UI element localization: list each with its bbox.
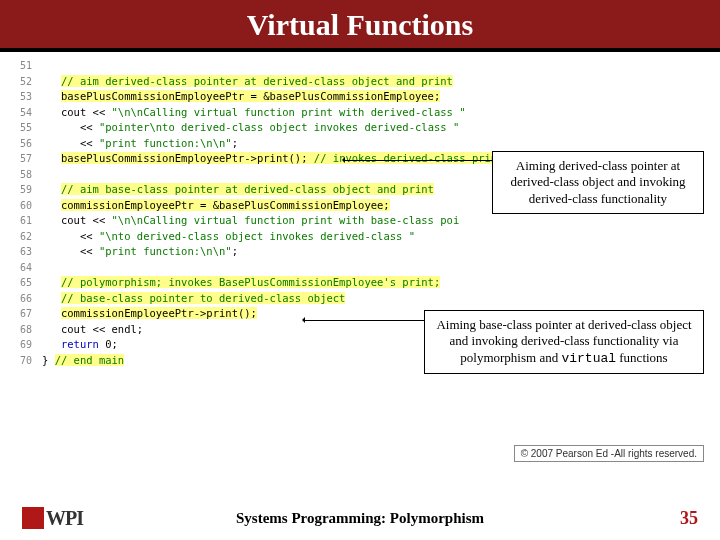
line-number: 64 bbox=[8, 260, 32, 276]
callout-derived-pointer: Aiming derived-class pointer at derived-… bbox=[492, 151, 704, 214]
line-number: 67 bbox=[8, 306, 32, 322]
line-number: 55 bbox=[8, 120, 32, 136]
line-body: } // end main bbox=[42, 353, 124, 369]
copyright-notice: © 2007 Pearson Ed -All rights reserved. bbox=[514, 445, 704, 462]
line-body: basePlusCommissionEmployeePtr->print(); … bbox=[42, 151, 504, 167]
line-number: 58 bbox=[8, 167, 32, 183]
line-body: cout << "\n\nCalling virtual function pr… bbox=[42, 213, 459, 229]
line-body: cout << "\n\nCalling virtual function pr… bbox=[42, 105, 466, 121]
line-number: 63 bbox=[8, 244, 32, 260]
line-body: << "print function:\n\n"; bbox=[42, 244, 238, 260]
code-line: 54 cout << "\n\nCalling virtual function… bbox=[8, 105, 712, 121]
line-body: << "print function:\n\n"; bbox=[42, 136, 238, 152]
line-number: 60 bbox=[8, 198, 32, 214]
callout-code: virtual bbox=[561, 351, 616, 366]
line-body: // polymorphism; invokes BasePlusCommiss… bbox=[42, 275, 440, 291]
line-number: 65 bbox=[8, 275, 32, 291]
footer-title: Systems Programming: Polymorphism bbox=[236, 510, 484, 527]
slide-footer: WPI Systems Programming: Polymorphism 35 bbox=[0, 496, 720, 540]
callout-text: Aiming derived-class pointer at derived-… bbox=[510, 158, 685, 206]
line-number: 69 bbox=[8, 337, 32, 353]
line-body: // aim derived-class pointer at derived-… bbox=[42, 74, 453, 90]
wpi-logo: WPI bbox=[22, 507, 83, 530]
arrow-icon bbox=[305, 320, 425, 321]
code-line: 65 // polymorphism; invokes BasePlusComm… bbox=[8, 275, 712, 291]
slide-title: Virtual Functions bbox=[0, 8, 720, 42]
line-number: 56 bbox=[8, 136, 32, 152]
line-body: commissionEmployeePtr = &basePlusCommiss… bbox=[42, 198, 390, 214]
line-number: 61 bbox=[8, 213, 32, 229]
code-line: 61 cout << "\n\nCalling virtual function… bbox=[8, 213, 712, 229]
line-number: 52 bbox=[8, 74, 32, 90]
line-number: 54 bbox=[8, 105, 32, 121]
arrow-icon bbox=[345, 160, 493, 161]
line-body: // base-class pointer to derived-class o… bbox=[42, 291, 345, 307]
line-body: // aim base-class pointer at derived-cla… bbox=[42, 182, 434, 198]
line-number: 53 bbox=[8, 89, 32, 105]
line-number: 68 bbox=[8, 322, 32, 338]
line-body: << "\nto derived-class object invokes de… bbox=[42, 229, 415, 245]
code-line: 64 bbox=[8, 260, 712, 276]
code-line: 55 << "pointer\nto derived-class object … bbox=[8, 120, 712, 136]
code-line: 63 << "print function:\n\n"; bbox=[8, 244, 712, 260]
line-number: 66 bbox=[8, 291, 32, 307]
line-number: 57 bbox=[8, 151, 32, 167]
code-line: 52 // aim derived-class pointer at deriv… bbox=[8, 74, 712, 90]
logo-mark bbox=[22, 507, 44, 529]
line-body: cout << endl; bbox=[42, 322, 143, 338]
line-number: 51 bbox=[8, 58, 32, 74]
line-number: 59 bbox=[8, 182, 32, 198]
code-line: 62 << "\nto derived-class object invokes… bbox=[8, 229, 712, 245]
code-line: 66 // base-class pointer to derived-clas… bbox=[8, 291, 712, 307]
callout-text-post: functions bbox=[616, 350, 668, 365]
line-body: << "pointer\nto derived-class object inv… bbox=[42, 120, 459, 136]
code-line: 51 bbox=[8, 58, 712, 74]
line-number: 62 bbox=[8, 229, 32, 245]
line-body: commissionEmployeePtr->print(); bbox=[42, 306, 257, 322]
code-line: 56 << "print function:\n\n"; bbox=[8, 136, 712, 152]
line-body: return 0; bbox=[42, 337, 118, 353]
callout-base-pointer: Aiming base-class pointer at derived-cla… bbox=[424, 310, 704, 374]
slide-header: Virtual Functions bbox=[0, 0, 720, 52]
line-number: 70 bbox=[8, 353, 32, 369]
logo-text: WPI bbox=[46, 507, 83, 530]
line-body: basePlusCommissionEmployeePtr = &basePlu… bbox=[42, 89, 440, 105]
code-line: 53 basePlusCommissionEmployeePtr = &base… bbox=[8, 89, 712, 105]
page-number: 35 bbox=[680, 508, 698, 529]
